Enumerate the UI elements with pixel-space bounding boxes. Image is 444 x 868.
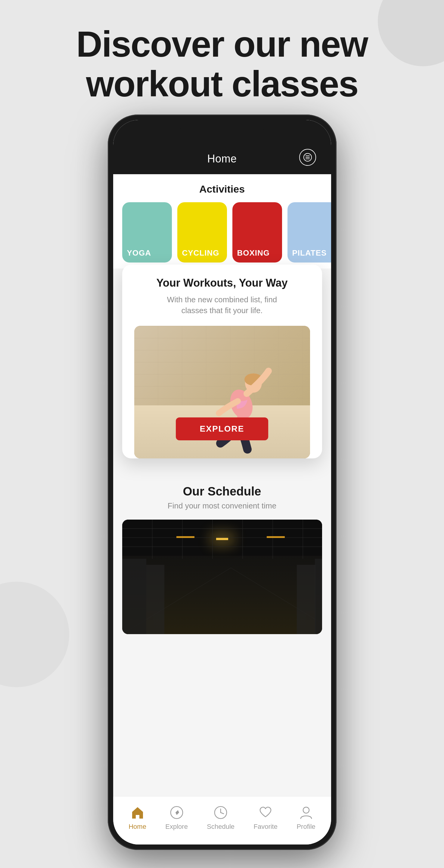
activity-boxing[interactable]: BOXING bbox=[232, 202, 282, 262]
nav-home[interactable]: Home bbox=[129, 805, 146, 831]
schedule-image bbox=[122, 520, 322, 634]
workout-card: Your Workouts, Your Way With the new com… bbox=[122, 265, 322, 458]
phone-screen: Home Activities YOGA bbox=[113, 120, 331, 844]
nav-favorite-label: Favorite bbox=[254, 823, 277, 831]
phone-shell: Home Activities YOGA bbox=[108, 115, 337, 850]
svg-rect-22 bbox=[146, 565, 164, 634]
nav-favorite[interactable]: Favorite bbox=[254, 805, 277, 831]
person-icon bbox=[298, 805, 314, 820]
phone-mockup: Home Activities YOGA bbox=[108, 115, 337, 853]
schedule-section: Our Schedule Find your most convenient t… bbox=[113, 475, 331, 643]
compass-icon bbox=[169, 805, 184, 820]
svg-line-29 bbox=[220, 812, 224, 814]
svg-rect-17 bbox=[267, 536, 285, 538]
heart-icon bbox=[258, 805, 273, 820]
svg-rect-20 bbox=[122, 559, 146, 634]
yoga-figure bbox=[193, 344, 289, 458]
nav-explore-label: Explore bbox=[165, 823, 188, 831]
page-title: Discover our newworkout classes bbox=[0, 24, 444, 104]
title-bold: Discover bbox=[76, 24, 224, 64]
schedule-subtitle: Find your most convenient time bbox=[113, 501, 331, 510]
svg-rect-21 bbox=[315, 559, 322, 634]
activities-row: YOGA CYCLING BOXING PILATES bbox=[113, 202, 331, 262]
activities-title: Activities bbox=[113, 183, 331, 195]
settings-icon[interactable] bbox=[299, 149, 316, 166]
explore-button[interactable]: EXPLORE bbox=[176, 417, 269, 440]
schedule-title: Our Schedule bbox=[113, 485, 331, 498]
gym-grid bbox=[122, 520, 322, 634]
app-header-title: Home bbox=[207, 153, 237, 165]
workout-image: EXPLORE bbox=[134, 326, 310, 458]
nav-schedule-label: Schedule bbox=[207, 823, 235, 831]
bg-decoration-bottom bbox=[0, 582, 69, 687]
svg-point-26 bbox=[176, 812, 178, 813]
workout-card-title: Your Workouts, Your Way bbox=[134, 277, 310, 289]
header-section: Discover our newworkout classes bbox=[0, 0, 444, 104]
workout-card-subtitle: With the new combined list, findclasses … bbox=[134, 294, 310, 316]
phone-notch bbox=[180, 120, 264, 138]
activities-section: Activities YOGA CYCLING BOXING PILATES bbox=[113, 174, 331, 269]
svg-point-30 bbox=[303, 807, 309, 813]
nav-schedule[interactable]: Schedule bbox=[207, 805, 235, 831]
activity-yoga[interactable]: YOGA bbox=[122, 202, 172, 262]
nav-profile[interactable]: Profile bbox=[297, 805, 315, 831]
home-icon bbox=[130, 805, 145, 820]
svg-rect-16 bbox=[176, 536, 195, 538]
nav-home-label: Home bbox=[129, 823, 146, 831]
activity-pilates[interactable]: PILATES bbox=[287, 202, 331, 262]
nav-profile-label: Profile bbox=[297, 823, 315, 831]
bottom-nav: Home Explore bbox=[113, 796, 331, 844]
clock-icon bbox=[213, 805, 229, 820]
nav-explore[interactable]: Explore bbox=[165, 805, 188, 831]
activity-cycling[interactable]: CYCLING bbox=[177, 202, 227, 262]
svg-rect-23 bbox=[297, 565, 315, 634]
